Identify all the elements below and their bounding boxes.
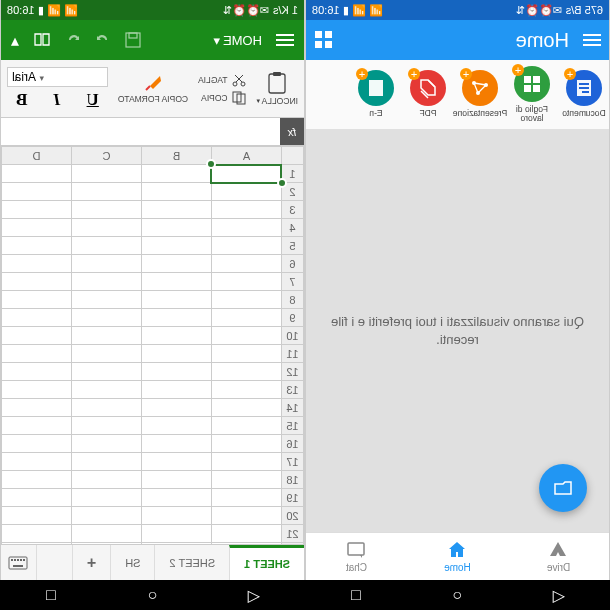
cell[interactable] [2, 525, 72, 543]
cell[interactable] [142, 309, 212, 327]
cell[interactable] [2, 399, 72, 417]
row-header[interactable]: 7 [282, 273, 304, 291]
cell[interactable] [212, 399, 282, 417]
cell[interactable] [72, 489, 142, 507]
cell[interactable] [142, 435, 212, 453]
cell[interactable] [2, 417, 72, 435]
fx-button[interactable]: fx [280, 118, 304, 145]
cell[interactable] [142, 453, 212, 471]
format-painter-button[interactable]: COPIA FORMATO [118, 73, 188, 104]
row-header[interactable]: 22 [282, 543, 304, 545]
fab-folder-button[interactable] [539, 464, 587, 512]
cell[interactable] [72, 471, 142, 489]
sheet-tab[interactable]: SHEET 1 [229, 545, 304, 580]
cell[interactable] [142, 363, 212, 381]
cell[interactable] [72, 525, 142, 543]
cell[interactable] [212, 489, 282, 507]
row-header[interactable]: 11 [282, 345, 304, 363]
cell[interactable] [212, 435, 282, 453]
cell[interactable] [72, 183, 142, 201]
row-header[interactable]: 5 [282, 237, 304, 255]
cell[interactable] [72, 453, 142, 471]
cell[interactable] [142, 273, 212, 291]
cell[interactable] [2, 435, 72, 453]
cell[interactable] [142, 165, 212, 183]
row-header[interactable]: 9 [282, 309, 304, 327]
italic-button[interactable]: I [54, 90, 61, 110]
cell[interactable] [142, 219, 212, 237]
cell[interactable] [212, 543, 282, 545]
cell[interactable] [72, 291, 142, 309]
cell[interactable] [72, 273, 142, 291]
redo-icon[interactable] [95, 32, 111, 48]
cell[interactable] [2, 237, 72, 255]
cell[interactable] [142, 201, 212, 219]
cell[interactable] [72, 201, 142, 219]
cell[interactable] [142, 291, 212, 309]
cell[interactable] [2, 507, 72, 525]
dropdown-arrow-icon[interactable]: ▴ [11, 31, 19, 50]
cell[interactable] [72, 327, 142, 345]
cell[interactable] [2, 201, 72, 219]
keyboard-button[interactable] [1, 545, 37, 580]
cell[interactable] [142, 471, 212, 489]
new-note-button[interactable]: +E-n [353, 70, 399, 118]
save-icon[interactable] [125, 32, 141, 48]
cell[interactable] [72, 165, 142, 183]
ribbon-tab-home[interactable]: HOME ▾ [213, 33, 262, 48]
cell[interactable] [72, 507, 142, 525]
menu-button[interactable] [583, 34, 601, 46]
cell[interactable] [72, 345, 142, 363]
cell[interactable] [142, 327, 212, 345]
cell[interactable] [142, 417, 212, 435]
row-header[interactable]: 19 [282, 489, 304, 507]
cell[interactable] [72, 399, 142, 417]
row-header[interactable]: 18 [282, 471, 304, 489]
nav-chat[interactable]: Chat [306, 533, 407, 580]
cell[interactable] [212, 453, 282, 471]
cell[interactable] [72, 237, 142, 255]
cell[interactable] [212, 165, 282, 183]
cell[interactable] [212, 525, 282, 543]
new-pdf-button[interactable]: +PDF [405, 70, 451, 118]
row-header[interactable]: 13 [282, 381, 304, 399]
cell[interactable] [212, 417, 282, 435]
cell[interactable] [2, 489, 72, 507]
cell[interactable] [142, 255, 212, 273]
new-grid-button[interactable]: +Foglio di lavoro [509, 66, 555, 124]
cell[interactable] [2, 543, 72, 545]
cell[interactable] [2, 219, 72, 237]
cell[interactable] [2, 327, 72, 345]
cell[interactable] [212, 255, 282, 273]
grid-view-icon[interactable] [314, 31, 332, 49]
cell[interactable] [142, 183, 212, 201]
cell[interactable] [2, 183, 72, 201]
cell[interactable] [212, 291, 282, 309]
row-header[interactable]: 3 [282, 201, 304, 219]
cell[interactable] [2, 165, 72, 183]
cell[interactable] [212, 381, 282, 399]
add-sheet-button[interactable]: + [72, 545, 110, 580]
system-recent-button[interactable]: □ [39, 586, 63, 604]
cell[interactable] [72, 417, 142, 435]
cell[interactable] [2, 309, 72, 327]
row-header[interactable]: 10 [282, 327, 304, 345]
cell[interactable] [2, 345, 72, 363]
row-header[interactable]: 14 [282, 399, 304, 417]
cell[interactable] [72, 255, 142, 273]
cell[interactable] [212, 345, 282, 363]
cut-button[interactable]: TAGLIA [198, 73, 246, 87]
sheet-tab[interactable]: SHEET 2 [154, 545, 229, 580]
row-header[interactable]: 8 [282, 291, 304, 309]
row-header[interactable]: 21 [282, 525, 304, 543]
spreadsheet-grid[interactable]: ABCD12345678910111213141516171819202122 [1, 146, 304, 544]
book-icon[interactable] [33, 32, 51, 48]
row-header[interactable]: 17 [282, 453, 304, 471]
cell[interactable] [212, 309, 282, 327]
cell[interactable] [72, 435, 142, 453]
new-pres-button[interactable]: +Presentazione [457, 70, 503, 118]
underline-button[interactable]: U [87, 90, 99, 110]
cell[interactable] [212, 471, 282, 489]
system-home-button[interactable]: ○ [446, 586, 470, 604]
row-header[interactable]: 15 [282, 417, 304, 435]
